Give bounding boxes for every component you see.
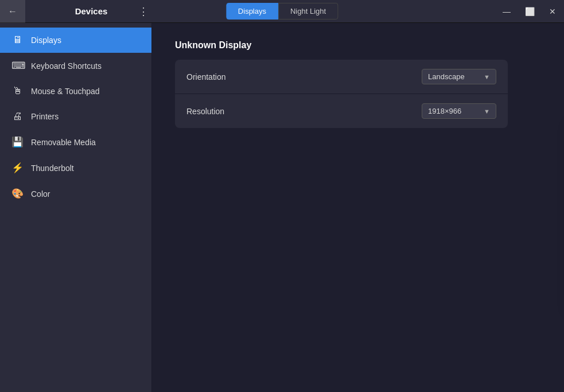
display-section-title: Unknown Display: [175, 40, 541, 51]
orientation-row: Orientation Landscape ▼: [175, 60, 508, 94]
removable-media-icon: 💾: [11, 136, 23, 148]
sidebar-item-removable-label: Removable Media: [31, 138, 96, 147]
maximize-button[interactable]: ⬜: [518, 0, 541, 23]
sidebar-item-thunderbolt-label: Thunderbolt: [31, 164, 74, 173]
resolution-dropdown-trigger[interactable]: 1918×966 ▼: [422, 103, 496, 119]
sidebar-item-displays-label: Displays: [31, 36, 61, 45]
titlebar: ← Devices ⋮ Displays Night Light — ⬜ ✕: [0, 0, 564, 23]
orientation-value: Landscape: [428, 72, 465, 81]
tab-displays[interactable]: Displays: [226, 3, 278, 20]
thunderbolt-icon: ⚡: [11, 162, 23, 174]
app-layout: 🖥 Displays ⌨ Keyboard Shortcuts 🖱 Mouse …: [0, 23, 564, 392]
sidebar-item-mouse-touchpad[interactable]: 🖱 Mouse & Touchpad: [0, 79, 151, 104]
resolution-label: Resolution: [186, 107, 224, 116]
mouse-icon: 🖱: [11, 86, 23, 97]
resolution-dropdown-arrow: ▼: [484, 108, 490, 115]
main-content: Unknown Display Orientation Landscape ▼ …: [152, 23, 564, 392]
back-icon: ←: [8, 6, 17, 17]
sidebar-item-keyboard-shortcuts[interactable]: ⌨ Keyboard Shortcuts: [0, 53, 151, 79]
orientation-dropdown-arrow: ▼: [484, 73, 490, 80]
orientation-label: Orientation: [186, 72, 225, 81]
sidebar-item-keyboard-label: Keyboard Shortcuts: [31, 61, 102, 71]
tab-night-light[interactable]: Night Light: [278, 3, 338, 20]
resolution-row: Resolution 1918×966 ▼: [175, 94, 508, 128]
sidebar-item-color[interactable]: 🎨 Color: [0, 181, 151, 207]
sidebar-item-mouse-label: Mouse & Touchpad: [31, 87, 100, 96]
display-settings-card: Orientation Landscape ▼ Resolution 1918×…: [175, 60, 508, 128]
color-icon: 🎨: [11, 188, 23, 200]
sidebar-item-removable-media[interactable]: 💾 Removable Media: [0, 129, 151, 155]
sidebar-item-color-label: Color: [31, 189, 50, 199]
window-controls: — ⬜ ✕: [495, 0, 564, 23]
sidebar-item-displays[interactable]: 🖥 Displays: [0, 28, 151, 53]
sidebar: 🖥 Displays ⌨ Keyboard Shortcuts 🖱 Mouse …: [0, 23, 152, 392]
close-button[interactable]: ✕: [541, 0, 564, 23]
minimize-button[interactable]: —: [495, 0, 518, 23]
header-tabs: Displays Night Light: [226, 3, 338, 20]
sidebar-item-printers-label: Printers: [31, 112, 59, 121]
orientation-dropdown[interactable]: Landscape ▼: [422, 69, 496, 84]
back-button[interactable]: ←: [0, 0, 25, 23]
displays-icon: 🖥: [11, 34, 23, 46]
menu-button[interactable]: ⋮: [132, 0, 155, 23]
printer-icon: 🖨: [11, 111, 23, 122]
sidebar-item-printers[interactable]: 🖨 Printers: [0, 104, 151, 129]
keyboard-icon: ⌨: [11, 60, 23, 72]
sidebar-item-thunderbolt[interactable]: ⚡ Thunderbolt: [0, 155, 151, 181]
resolution-value: 1918×966: [428, 107, 461, 115]
